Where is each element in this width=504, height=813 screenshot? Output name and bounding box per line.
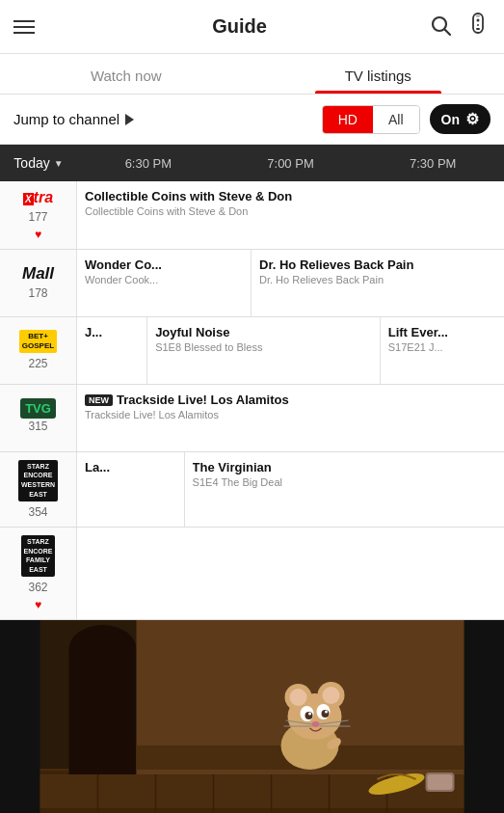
page-title: Guide — [50, 15, 429, 38]
svg-rect-5 — [476, 28, 480, 30]
channel-logo: Xtra — [23, 189, 53, 206]
channel-info: Mall 178 — [0, 250, 77, 316]
timeline-day-selector[interactable]: Today ▼ — [0, 155, 77, 171]
channel-info: Xtra 177 ♥ — [0, 181, 77, 249]
channel-row-header: STARZENCOREFAMILYEAST 362 ♥ — [0, 528, 504, 620]
program-subtitle: Trackside Live! Los Alamitos — [85, 409, 496, 420]
header-actions — [429, 13, 491, 41]
channel-programs: Collectible Coins with Steve & Don Colle… — [77, 181, 504, 249]
timeline-slots: 6:30 PM 7:00 PM 7:30 PM — [77, 156, 504, 171]
channel-info: BET+GOSPEL 225 — [0, 317, 77, 384]
jump-to-channel-label: Jump to channel — [13, 111, 119, 127]
program-subtitle: Collectible Coins with Steve & Don — [85, 205, 496, 217]
program-title: Wonder Co... — [85, 257, 243, 272]
jump-to-channel-button[interactable]: Jump to channel — [13, 111, 134, 127]
program-item[interactable]: NEWTrackside Live! Los Alamitos Tracksid… — [77, 385, 504, 451]
channel-number: 354 — [28, 505, 47, 519]
channel-logo: Mall — [22, 265, 54, 284]
svg-rect-6 — [476, 15, 480, 17]
program-title: J... — [85, 325, 139, 339]
on-filter-button[interactable]: On ⚙ — [430, 104, 491, 134]
on-label: On — [441, 112, 460, 127]
program-item[interactable]: The Virginian S1E4 The Big Deal — [185, 452, 504, 527]
channel-number: 225 — [28, 357, 47, 370]
channel-number: 315 — [28, 420, 47, 433]
video-player[interactable] — [0, 620, 504, 813]
program-title: Dr. Ho Relieves Back Pain — [259, 257, 496, 272]
sliders-icon: ⚙ — [465, 110, 479, 128]
favorite-icon[interactable]: ♥ — [35, 228, 41, 241]
channel-programs: NEWTrackside Live! Los Alamitos Tracksid… — [77, 385, 504, 451]
tab-bar: Watch now TV listings — [0, 54, 504, 95]
hd-all-toggle: HD All — [322, 105, 420, 134]
cartoon-video — [0, 620, 504, 813]
program-item[interactable]: Wonder Co... Wonder Cook... — [77, 250, 252, 316]
channel-row: STARZENCOREWESTERNEAST 354 La... The Vir… — [0, 452, 504, 528]
bet-logo: BET+GOSPEL — [19, 330, 57, 354]
channel-row: Mall 178 Wonder Co... Wonder Cook... Dr.… — [0, 250, 504, 317]
channel-programs: Wonder Co... Wonder Cook... Dr. Ho Relie… — [77, 250, 504, 316]
program-item[interactable]: Joyful Noise S1E8 Blessed to Bless — [147, 317, 381, 384]
channel-info: TVG 315 — [0, 385, 77, 451]
timeline-slot-700: 7:00 PM — [220, 156, 362, 171]
menu-button[interactable] — [13, 20, 35, 34]
jump-arrow-icon — [125, 114, 134, 125]
svg-point-33 — [312, 721, 320, 727]
xtra-logo: Xtra — [23, 189, 53, 205]
channel-row: BET+GOSPEL 225 J... Joyful Noise S1E8 Bl… — [0, 317, 504, 385]
svg-rect-41 — [428, 774, 453, 790]
hd-filter-button[interactable]: HD — [323, 106, 373, 133]
filter-bar: Jump to channel HD All On ⚙ — [0, 95, 504, 145]
mall-logo: Mall — [22, 264, 54, 283]
svg-point-4 — [477, 24, 479, 26]
channel-number: 178 — [28, 286, 47, 300]
search-icon[interactable] — [429, 14, 452, 40]
svg-point-24 — [290, 689, 307, 706]
channel-logo: STARZENCOREFAMILYEAST — [21, 535, 56, 577]
program-item[interactable]: Lift Ever... S17E21 J... — [381, 317, 504, 384]
program-subtitle: Wonder Cook... — [85, 274, 243, 285]
chevron-down-icon: ▼ — [54, 158, 64, 169]
app-header: Guide — [0, 0, 504, 54]
tab-watch-now[interactable]: Watch now — [0, 54, 252, 94]
timeline-day-label: Today — [13, 155, 49, 171]
program-title: The Virginian — [193, 460, 496, 474]
channel-logo: STARZENCOREWESTERNEAST — [18, 460, 58, 501]
channel-row: Xtra 177 ♥ Collectible Coins with Steve … — [0, 181, 504, 250]
channel-number: 177 — [28, 210, 47, 224]
all-filter-button[interactable]: All — [373, 106, 419, 133]
starz2-logo: STARZENCOREFAMILYEAST — [21, 535, 56, 577]
program-item[interactable] — [77, 528, 504, 619]
channel-logo: BET+GOSPEL — [19, 330, 57, 354]
remote-icon[interactable] — [465, 13, 491, 41]
favorite-icon[interactable]: ♥ — [35, 598, 41, 611]
program-subtitle: Dr. Ho Relieves Back Pain — [259, 274, 496, 285]
channel-info: STARZENCOREWESTERNEAST 354 — [0, 452, 77, 527]
svg-point-3 — [477, 19, 480, 22]
tab-tv-listings[interactable]: TV listings — [252, 54, 505, 94]
program-item[interactable]: J... — [77, 317, 147, 384]
channel-row-with-video: STARZENCOREFAMILYEAST 362 ♥ — [0, 528, 504, 813]
channel-programs: J... Joyful Noise S1E8 Blessed to Bless … — [77, 317, 504, 384]
svg-point-32 — [325, 710, 328, 713]
program-item[interactable]: La... — [77, 452, 185, 527]
channel-info: STARZENCOREFAMILYEAST 362 ♥ — [0, 528, 77, 619]
program-title: NEWTrackside Live! Los Alamitos — [85, 393, 496, 407]
timeline-slot-730: 7:30 PM — [361, 156, 504, 171]
timeline-header: Today ▼ 6:30 PM 7:00 PM 7:30 PM — [0, 145, 504, 181]
channel-list: Xtra 177 ♥ Collectible Coins with Steve … — [0, 181, 504, 813]
channel-row: TVG 315 NEWTrackside Live! Los Alamitos … — [0, 385, 504, 452]
program-title: La... — [85, 460, 176, 474]
starz-logo: STARZENCOREWESTERNEAST — [18, 460, 58, 501]
program-item[interactable]: Collectible Coins with Steve & Don Colle… — [77, 181, 504, 249]
svg-line-1 — [445, 30, 451, 36]
program-title: Collectible Coins with Steve & Don — [85, 189, 496, 203]
program-item[interactable]: Dr. Ho Relieves Back Pain Dr. Ho Relieve… — [252, 250, 504, 316]
channel-number: 362 — [28, 581, 47, 594]
channel-logo: TVG — [20, 402, 56, 416]
tvg-logo: TVG — [20, 398, 56, 419]
program-title: Joyful Noise — [155, 325, 372, 339]
svg-point-26 — [323, 687, 340, 704]
new-badge: NEW — [85, 394, 113, 406]
channel-programs: La... The Virginian S1E4 The Big Deal — [77, 452, 504, 527]
